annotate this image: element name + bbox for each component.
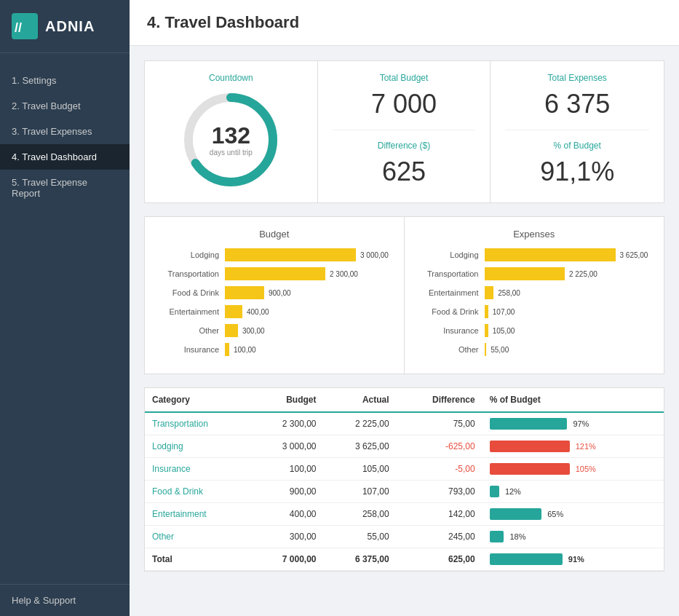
cell-diff: 245,00 xyxy=(397,526,483,548)
bar-value: 100,00 xyxy=(234,346,256,354)
bar-label: Lodging xyxy=(159,250,225,259)
bar-fill xyxy=(225,286,264,299)
cell-diff: 75,00 xyxy=(397,412,483,435)
bar-fill xyxy=(485,286,494,299)
pct-label: 121% xyxy=(576,442,596,451)
pct-bar xyxy=(490,531,504,542)
pct-label: 12% xyxy=(505,487,521,496)
bar-value: 900,00 xyxy=(269,289,291,297)
cell-pct: 65% xyxy=(483,503,664,526)
bar-track: 105,00 xyxy=(485,324,650,337)
table-header-row: Category Budget Actual Difference % of B… xyxy=(145,388,664,412)
diff-label: Difference ($) xyxy=(333,141,476,151)
bar-track: 3 000,00 xyxy=(225,248,389,261)
pct-bar xyxy=(490,463,570,475)
pct-label: 18% xyxy=(509,532,525,541)
bar-fill xyxy=(485,324,488,337)
svg-text://: // xyxy=(15,20,22,35)
expenses-chart-panel: Expenses Lodging 3 625,00 Transportation… xyxy=(405,217,664,374)
bar-track: 100,00 xyxy=(225,343,389,356)
cell-budget: 2 300,00 xyxy=(250,412,323,435)
bar-track: 400,00 xyxy=(225,305,389,318)
cell-actual: 105,00 xyxy=(324,458,397,481)
cell-diff: -5,00 xyxy=(397,458,483,481)
cell-diff: 142,00 xyxy=(397,503,483,526)
sidebar-nav-item[interactable]: 2. Travel Budget xyxy=(0,93,130,119)
table-row: Food & Drink 900,00 107,00 793,00 12% xyxy=(145,481,664,503)
bar-label: Transportation xyxy=(419,269,485,278)
bar-fill xyxy=(485,305,488,318)
bar-label: Food & Drink xyxy=(419,307,485,316)
main-content: 4. Travel Dashboard Countdown 132 days u… xyxy=(130,0,679,616)
cell-budget: 100,00 xyxy=(250,458,323,481)
pct-bar-wrap: 97% xyxy=(490,418,656,430)
bar-track: 55,00 xyxy=(485,343,650,356)
cell-category: Total xyxy=(145,548,250,571)
cell-actual: 2 225,00 xyxy=(324,412,397,435)
bar-fill xyxy=(225,248,356,261)
bar-label: Insurance xyxy=(419,326,485,335)
pct-bar xyxy=(490,441,570,452)
adnia-logo-icon: // xyxy=(12,13,38,39)
help-support-link[interactable]: Help & Support xyxy=(0,584,130,616)
table-row: Transportation 2 300,00 2 225,00 75,00 9… xyxy=(145,412,664,435)
bar-value: 300,00 xyxy=(242,327,265,335)
sidebar-nav-item[interactable]: 3. Travel Expenses xyxy=(0,119,130,144)
pct-bar xyxy=(490,486,499,497)
sidebar-nav-item[interactable]: 1. Settings xyxy=(0,68,130,93)
bar-row: Other 300,00 xyxy=(159,324,389,337)
bar-label: Food & Drink xyxy=(159,288,225,297)
bar-row: Lodging 3 000,00 xyxy=(159,248,389,261)
content-area: Countdown 132 days until trip Total Budg… xyxy=(130,46,679,586)
pct-bar-wrap: 91% xyxy=(490,553,656,565)
summary-table: Category Budget Actual Difference % of B… xyxy=(145,388,664,571)
summary-table-wrap: Category Budget Actual Difference % of B… xyxy=(144,387,664,572)
bar-track: 2 300,00 xyxy=(225,267,389,280)
pct-bar xyxy=(490,553,563,565)
countdown-sub: days until trip xyxy=(210,149,253,157)
pct-label: 105% xyxy=(576,465,596,473)
pct-label: 91% xyxy=(568,555,584,564)
cell-category: Insurance xyxy=(145,458,250,481)
donut-center: 132 days until trip xyxy=(210,124,253,157)
bar-label: Insurance xyxy=(159,345,225,354)
cell-category: Food & Drink xyxy=(145,481,250,503)
pct-budget-label: % of Budget xyxy=(505,141,649,151)
table-row: Lodging 3 000,00 3 625,00 -625,00 121% xyxy=(145,435,664,458)
logo-area: // ADNIA xyxy=(0,0,130,53)
cell-actual: 6 375,00 xyxy=(324,548,397,571)
bar-row: Entertainment 400,00 xyxy=(159,305,389,318)
bar-value: 3 000,00 xyxy=(360,251,389,259)
total-budget-label: Total Budget xyxy=(333,73,476,83)
bar-fill xyxy=(225,305,242,318)
bar-fill xyxy=(225,324,238,337)
bar-label: Lodging xyxy=(419,250,485,259)
cell-actual: 55,00 xyxy=(324,526,397,548)
bar-row: Insurance 100,00 xyxy=(159,343,389,356)
cell-actual: 258,00 xyxy=(324,503,397,526)
pct-bar-wrap: 121% xyxy=(490,441,656,452)
table-row: Other 300,00 55,00 245,00 18% xyxy=(145,526,664,548)
bar-track: 3 625,00 xyxy=(485,248,650,261)
countdown-card: Countdown 132 days until trip xyxy=(145,61,318,202)
bar-row: Transportation 2 300,00 xyxy=(159,267,389,280)
sidebar-nav-item[interactable]: 4. Travel Dashboard xyxy=(0,144,130,170)
bar-fill xyxy=(225,267,325,280)
col-actual: Actual xyxy=(324,388,397,412)
bar-label: Entertainment xyxy=(419,288,485,297)
diff-value: 625 xyxy=(333,157,476,187)
expenses-bars: Lodging 3 625,00 Transportation 2 225,00… xyxy=(419,248,650,356)
sidebar-nav-item[interactable]: 5. Travel Expense Report xyxy=(0,170,130,206)
cell-actual: 107,00 xyxy=(324,481,397,503)
cell-category: Lodging xyxy=(145,435,250,458)
countdown-value: 132 xyxy=(210,124,253,147)
cell-category: Entertainment xyxy=(145,503,250,526)
bar-label: Other xyxy=(159,326,225,335)
bar-value: 258,00 xyxy=(498,289,520,297)
bar-track: 2 225,00 xyxy=(485,267,650,280)
bar-fill xyxy=(225,343,229,356)
bar-fill xyxy=(485,343,487,356)
budget-chart-title: Budget xyxy=(159,229,389,240)
pct-bar xyxy=(490,508,542,520)
cell-pct: 105% xyxy=(483,458,664,481)
